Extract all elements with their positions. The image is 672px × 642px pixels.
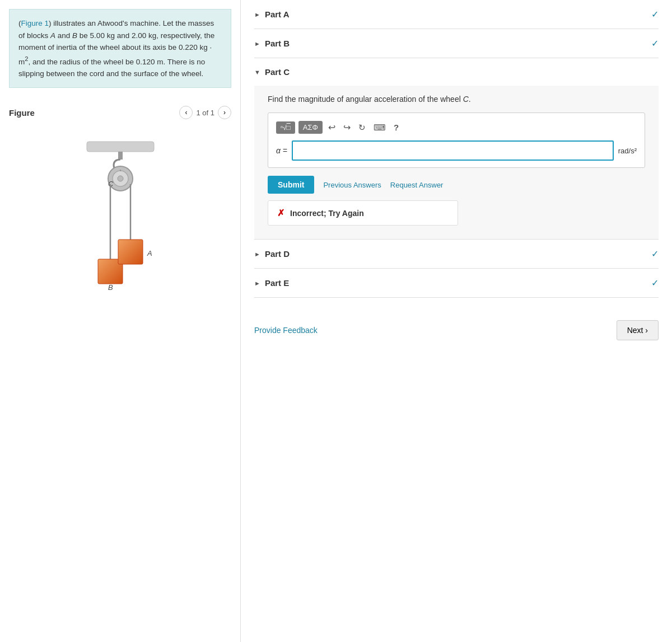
radical-button[interactable]: ⁿ√□ xyxy=(276,121,295,134)
part-d-label: Part D xyxy=(265,249,290,259)
part-a-check: ✓ xyxy=(651,9,659,20)
request-answer-link[interactable]: Request Answer xyxy=(390,181,444,189)
svg-rect-1 xyxy=(118,152,123,160)
svg-text:B: B xyxy=(108,283,113,292)
part-a-header[interactable]: ► Part A ✓ xyxy=(254,0,659,29)
refresh-button[interactable]: ↻ xyxy=(356,120,368,135)
part-a-arrow: ► xyxy=(254,11,260,18)
part-c-label: Part C xyxy=(265,67,290,77)
part-e-check: ✓ xyxy=(651,278,659,288)
figure-page-indicator: 1 of 1 xyxy=(196,109,214,117)
part-b-section: ► Part B ✓ xyxy=(254,29,659,58)
part-d-header[interactable]: ► Part D ✓ xyxy=(254,240,659,268)
help-button[interactable]: ? xyxy=(391,120,401,134)
undo-button[interactable]: ↩ xyxy=(326,120,338,135)
part-c-question: Find the magnitude of angular accelerati… xyxy=(268,95,645,104)
part-e-label: Part E xyxy=(265,278,289,288)
part-c-section: ▼ Part C Find the magnitude of angular a… xyxy=(254,58,659,240)
problem-text: (Figure 1) illustrates an Atwood's machi… xyxy=(9,9,231,88)
figure1-link[interactable]: Figure 1 xyxy=(21,19,49,27)
bottom-bar: Provide Feedback Next › xyxy=(254,309,659,340)
part-a-section: ► Part A ✓ xyxy=(254,0,659,29)
part-b-check: ✓ xyxy=(651,38,659,49)
actions-row: Submit Previous Answers Request Answer xyxy=(268,176,645,194)
answer-input[interactable] xyxy=(292,140,614,161)
symbol-button[interactable]: ΑΣΦ xyxy=(298,121,323,134)
previous-answers-link[interactable]: Previous Answers xyxy=(323,181,381,189)
svg-rect-0 xyxy=(87,142,154,152)
part-e-header[interactable]: ► Part E ✓ xyxy=(254,269,659,297)
svg-text:A: A xyxy=(147,249,152,257)
feedback-link[interactable]: Provide Feedback xyxy=(254,326,318,335)
math-toolbar: ⁿ√□ ΑΣΦ ↩ ↪ ↻ ⌨ ? xyxy=(276,120,637,135)
svg-rect-11 xyxy=(118,240,143,264)
figure-prev-button[interactable]: ‹ xyxy=(179,106,193,119)
part-d-check: ✓ xyxy=(651,249,659,259)
figure-title: Figure xyxy=(9,108,35,118)
figure-nav: ‹ 1 of 1 › xyxy=(179,106,231,119)
x-icon: ✗ xyxy=(277,208,284,218)
submit-button[interactable]: Submit xyxy=(268,176,314,194)
keyboard-button[interactable]: ⌨ xyxy=(371,120,388,135)
part-c-body: Find the magnitude of angular accelerati… xyxy=(254,86,659,239)
incorrect-box: ✗ Incorrect; Try Again xyxy=(268,200,458,226)
figure-image: C B xyxy=(9,125,231,349)
unit-label: rad/s² xyxy=(618,147,637,155)
next-label: Next › xyxy=(627,326,648,335)
next-button[interactable]: Next › xyxy=(617,320,659,340)
part-b-label: Part B xyxy=(265,39,290,48)
part-c-header[interactable]: ▼ Part C xyxy=(254,58,659,86)
part-e-arrow: ► xyxy=(254,280,260,287)
part-a-label: Part A xyxy=(265,10,290,19)
alpha-label: α = xyxy=(276,146,287,155)
part-d-arrow: ► xyxy=(254,251,260,257)
figure-next-button[interactable]: › xyxy=(218,106,231,119)
part-b-arrow: ► xyxy=(254,40,260,47)
part-e-section: ► Part E ✓ xyxy=(254,269,659,298)
math-input-container: ⁿ√□ ΑΣΦ ↩ ↪ ↻ ⌨ ? α = rad/s² xyxy=(268,113,645,168)
atwood-machine-svg: C B xyxy=(42,130,199,343)
part-d-section: ► Part D ✓ xyxy=(254,240,659,269)
incorrect-text: Incorrect; Try Again xyxy=(290,209,364,218)
part-c-arrow: ▼ xyxy=(254,69,260,76)
svg-point-4 xyxy=(118,176,123,181)
input-row: α = rad/s² xyxy=(276,140,637,161)
part-b-header[interactable]: ► Part B ✓ xyxy=(254,29,659,58)
redo-button[interactable]: ↪ xyxy=(341,120,353,135)
